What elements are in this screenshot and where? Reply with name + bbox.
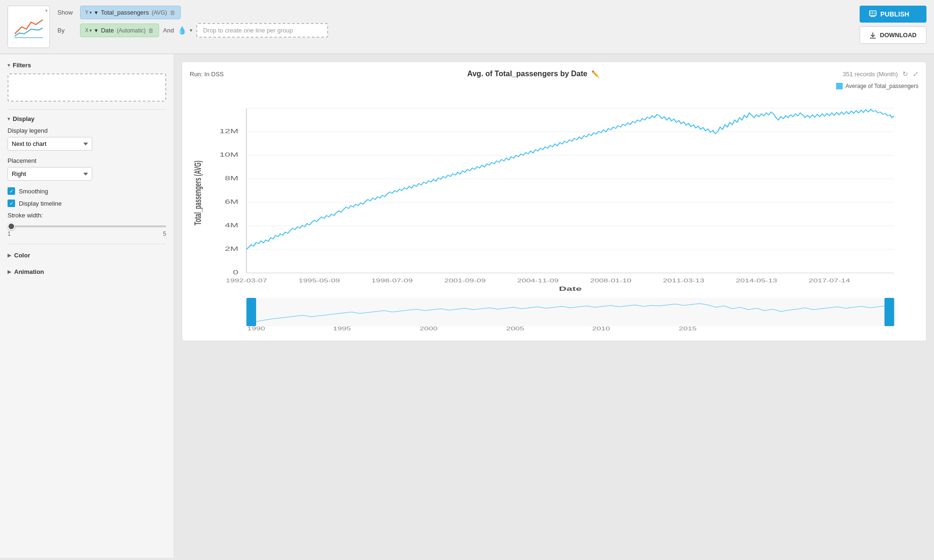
color-header[interactable]: ▶ Color <box>8 250 166 261</box>
svg-text:4M: 4M <box>225 222 239 229</box>
filters-header[interactable]: ▾ Filters <box>8 62 166 69</box>
display-header[interactable]: ▾ Display <box>8 115 166 122</box>
y-field-arrow: ▾ <box>95 9 98 16</box>
x-dropdown-icon: X ▾ <box>85 28 92 33</box>
svg-rect-37 <box>885 298 894 326</box>
y-field-tag[interactable]: Y ▾ ▾ Total_passengers (AVG) 🗑 <box>80 6 181 19</box>
svg-text:2017-07-14: 2017-07-14 <box>809 278 850 283</box>
drop-icon: 💧 <box>177 26 187 35</box>
and-label: And <box>163 27 174 34</box>
publish-icon <box>869 10 877 18</box>
svg-text:2M: 2M <box>225 246 239 252</box>
x-field-delete-icon[interactable]: 🗑 <box>148 27 154 34</box>
animation-chevron-icon: ▶ <box>8 269 11 274</box>
by-label: By <box>57 27 76 34</box>
display-label: Display <box>13 115 34 122</box>
svg-text:2000: 2000 <box>419 326 437 331</box>
smoothing-row: ✓ Smoothing <box>8 187 166 195</box>
color-chevron-icon: ▶ <box>8 253 11 258</box>
records-label: 351 records (Month) <box>843 71 898 78</box>
chart-title: Avg. of Total_passengers by Date ✏️ <box>467 70 599 78</box>
svg-text:2008-01-10: 2008-01-10 <box>590 278 631 283</box>
x-field-name: Date <box>101 27 113 34</box>
y-field-name: Total_passengers <box>101 9 149 16</box>
drop-placeholder: Drop to create one line per group <box>203 27 293 34</box>
smoothing-label: Smoothing <box>19 188 48 195</box>
timeline-svg: 1990 1995 2000 2005 2010 2015 <box>190 296 918 333</box>
x-field-tag[interactable]: X ▾ ▾ Date (Automatic) 🗑 <box>80 24 159 37</box>
svg-text:1995: 1995 <box>333 326 351 331</box>
chart-header: Run: In DSS Avg. of Total_passengers by … <box>190 70 918 78</box>
x-field-mode: (Automatic) <box>117 27 145 34</box>
svg-text:8M: 8M <box>225 175 239 182</box>
download-button[interactable]: DOWNLOAD <box>860 26 926 44</box>
logo-svg <box>15 15 43 39</box>
chart-container: Run: In DSS Avg. of Total_passengers by … <box>182 62 926 341</box>
x-field-arrow: ▾ <box>95 27 98 34</box>
smoothing-checkbox[interactable]: ✓ <box>8 187 15 195</box>
placement-select[interactable]: Right Left Top Bottom <box>8 167 92 181</box>
svg-text:10M: 10M <box>219 152 238 158</box>
filters-label: Filters <box>13 62 31 69</box>
svg-text:6M: 6M <box>225 199 239 205</box>
svg-text:Date: Date <box>559 285 581 292</box>
chart-meta: 351 records (Month) ↻ ⤢ <box>843 70 918 78</box>
display-timeline-label: Display timeline <box>19 200 62 207</box>
svg-text:2011-03-13: 2011-03-13 <box>663 278 704 283</box>
publish-label: PUBLISH <box>880 10 909 18</box>
svg-text:2004-11-09: 2004-11-09 <box>517 278 559 283</box>
svg-rect-36 <box>246 298 256 326</box>
filter-drop-zone[interactable] <box>8 73 166 102</box>
svg-text:1995-05-09: 1995-05-09 <box>298 278 340 283</box>
y-field-agg: (AVG) <box>152 9 167 16</box>
stroke-max-label: 5 <box>163 231 166 237</box>
color-section: ▶ Color <box>8 250 166 261</box>
display-legend-group: Display legend Next to chart Below chart… <box>8 127 166 151</box>
action-buttons: PUBLISH DOWNLOAD <box>860 6 926 44</box>
svg-text:12M: 12M <box>219 128 238 135</box>
display-timeline-checkbox[interactable]: ✓ <box>8 200 15 207</box>
svg-text:1992-03-07: 1992-03-07 <box>225 278 267 283</box>
placement-group: Placement Right Left Top Bottom <box>8 157 166 181</box>
svg-text:1990: 1990 <box>247 326 265 331</box>
display-legend-label: Display legend <box>8 127 166 134</box>
show-by-section: Show Y ▾ ▾ Total_passengers (AVG) 🗑 By X… <box>57 6 852 38</box>
svg-text:2015: 2015 <box>679 326 697 331</box>
publish-button[interactable]: PUBLISH <box>860 6 926 23</box>
y-field-delete-icon[interactable]: 🗑 <box>170 9 176 16</box>
stroke-width-slider[interactable] <box>8 225 166 227</box>
content-area: Run: In DSS Avg. of Total_passengers by … <box>174 54 934 558</box>
refresh-icon[interactable]: ↻ <box>902 70 908 78</box>
expand-icon[interactable]: ⤢ <box>913 70 918 78</box>
group-drop-zone[interactable]: Drop to create one line per group <box>196 23 328 38</box>
download-icon <box>870 32 876 39</box>
show-label: Show <box>57 9 76 16</box>
chart-title-text: Avg. of Total_passengers by Date <box>467 70 588 78</box>
color-label: Color <box>14 252 30 259</box>
logo-chevron-icon: ▾ <box>45 8 48 13</box>
chart-run-label: Run: In DSS <box>190 71 224 78</box>
by-row: By X ▾ ▾ Date (Automatic) 🗑 And 💧 ▾ Drop… <box>57 23 852 38</box>
pencil-icon[interactable]: ✏️ <box>591 70 599 78</box>
chart-svg: 0 2M 4M 6M 8M 10M 12M Total_passengers (… <box>190 94 918 292</box>
animation-label: Animation <box>14 268 44 275</box>
y-dropdown-icon: Y ▾ <box>85 10 92 15</box>
stroke-min-label: 1 <box>8 231 11 237</box>
animation-header[interactable]: ▶ Animation <box>8 266 166 277</box>
svg-text:2005: 2005 <box>506 326 524 331</box>
show-row: Show Y ▾ ▾ Total_passengers (AVG) 🗑 <box>57 6 852 19</box>
stroke-width-label: Stroke width: <box>8 212 43 219</box>
svg-text:1998-07-09: 1998-07-09 <box>371 278 413 283</box>
svg-text:Total_passengers (AVG): Total_passengers (AVG) <box>193 160 203 225</box>
sidebar: ▾ Filters ▾ Display Display legend Next … <box>0 54 174 558</box>
logo-box: ▾ <box>8 6 50 48</box>
placement-label: Placement <box>8 157 166 164</box>
animation-section: ▶ Animation <box>8 266 166 277</box>
display-legend-select[interactable]: Next to chart Below chart Hidden <box>8 137 92 151</box>
display-timeline-row: ✓ Display timeline <box>8 200 166 207</box>
timeline-area: 1990 1995 2000 2005 2010 2015 <box>190 296 918 333</box>
svg-text:2014-05-13: 2014-05-13 <box>736 278 777 283</box>
svg-rect-35 <box>246 298 894 326</box>
stroke-section: Stroke width: 1 5 <box>8 212 166 237</box>
drop-arrow: ▾ <box>190 27 193 33</box>
